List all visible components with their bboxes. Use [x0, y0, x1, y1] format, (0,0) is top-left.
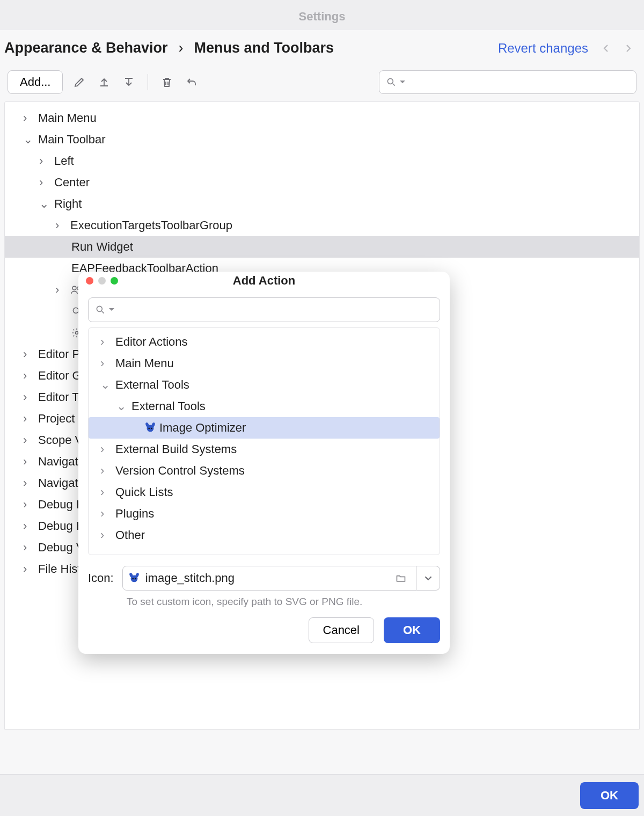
svg-point-0 — [387, 78, 393, 84]
svg-point-5 — [97, 306, 102, 311]
chevron-right-icon[interactable]: › — [23, 111, 32, 125]
cancel-button[interactable]: Cancel — [309, 617, 374, 643]
footer: OK — [0, 774, 644, 816]
chevron-down-icon[interactable]: ⌄ — [116, 399, 125, 413]
tree-item[interactable]: Left — [54, 154, 74, 168]
chevron-right-icon[interactable]: › — [23, 455, 32, 469]
tree-item[interactable]: External Tools — [131, 399, 206, 413]
ok-button[interactable]: OK — [384, 617, 440, 643]
dropdown-icon[interactable] — [416, 566, 440, 591]
tree-item[interactable]: Plugins — [115, 507, 154, 521]
move-up-icon[interactable] — [97, 75, 111, 89]
tree-item[interactable]: Scope V — [38, 433, 83, 447]
search-input[interactable] — [379, 70, 636, 94]
chevron-right-icon[interactable]: › — [100, 528, 109, 542]
dialog-title: Add Action — [78, 274, 450, 288]
tree-item[interactable]: Debug H — [38, 519, 85, 533]
chevron-right-icon[interactable]: › — [23, 476, 32, 490]
tree-item[interactable]: ExecutionTargetsToolbarGroup — [70, 218, 232, 232]
forward-icon[interactable] — [621, 41, 635, 55]
tree-item[interactable]: Debug H — [38, 498, 85, 512]
tree-item-selected[interactable]: Image Optimizer — [159, 421, 246, 435]
tree-item[interactable]: Navigat — [38, 455, 78, 469]
window-title: Settings — [0, 0, 644, 30]
svg-point-4 — [76, 332, 78, 334]
chevron-right-icon[interactable]: › — [23, 498, 32, 512]
breadcrumb: Appearance & Behavior › Menus and Toolba… — [4, 40, 492, 56]
icon-hint: To set custom icon, specify path to SVG … — [78, 591, 450, 608]
svg-point-15 — [135, 578, 136, 580]
chevron-right-icon: › — [179, 40, 184, 56]
chevron-right-icon[interactable]: › — [23, 347, 32, 361]
chevron-right-icon[interactable]: › — [100, 356, 109, 370]
tree-item[interactable]: Version Control Systems — [115, 464, 245, 478]
chevron-down-icon[interactable]: ⌄ — [100, 378, 109, 392]
folder-icon[interactable] — [391, 573, 411, 584]
tree-item[interactable]: Center — [54, 176, 90, 190]
back-icon[interactable] — [599, 41, 613, 55]
tree-item[interactable]: Right — [54, 197, 82, 211]
chevron-right-icon[interactable]: › — [23, 390, 32, 404]
chevron-right-icon[interactable]: › — [100, 442, 109, 456]
svg-point-10 — [151, 428, 152, 429]
move-down-icon[interactable] — [122, 75, 136, 89]
breadcrumb-l1[interactable]: Appearance & Behavior — [4, 40, 168, 56]
chevron-right-icon[interactable]: › — [23, 412, 32, 426]
undo-icon[interactable] — [185, 75, 199, 89]
icon-label: Icon: — [88, 571, 114, 585]
edit-icon[interactable] — [72, 75, 86, 89]
tree-item[interactable]: Editor T — [38, 390, 79, 404]
chevron-right-icon[interactable]: › — [55, 283, 64, 297]
tree-item[interactable]: Editor G — [38, 369, 82, 383]
add-button[interactable]: Add... — [8, 70, 63, 94]
chevron-right-icon[interactable]: › — [100, 335, 109, 349]
stitch-icon — [144, 422, 156, 434]
tree-item[interactable]: Main Menu — [38, 111, 97, 125]
tree-item[interactable]: Main Toolbar — [38, 133, 106, 147]
tree-item[interactable]: Quick Lists — [115, 485, 173, 499]
chevron-right-icon[interactable]: › — [23, 562, 32, 576]
tree-item[interactable]: External Tools — [115, 378, 189, 392]
chevron-right-icon[interactable]: › — [23, 369, 32, 383]
stitch-icon — [128, 572, 140, 584]
chevron-right-icon[interactable]: › — [100, 485, 109, 499]
chevron-right-icon[interactable]: › — [100, 507, 109, 521]
revert-link[interactable]: Revert changes — [498, 41, 588, 56]
chevron-right-icon[interactable]: › — [55, 218, 64, 232]
tree-item[interactable]: Editor P — [38, 347, 80, 361]
tree-item[interactable]: Other — [115, 528, 145, 542]
tree-item[interactable]: Project — [38, 412, 75, 426]
tree-item-selected[interactable]: Run Widget — [71, 240, 133, 254]
chevron-down-icon[interactable]: ⌄ — [39, 197, 48, 211]
dialog-search-input[interactable] — [88, 297, 440, 322]
svg-point-3 — [73, 308, 78, 313]
chevron-right-icon[interactable]: › — [23, 519, 32, 533]
svg-point-9 — [148, 428, 150, 429]
breadcrumb-l2[interactable]: Menus and Toolbars — [194, 40, 334, 56]
icon-path-input[interactable]: image_stitch.png — [122, 566, 416, 591]
add-action-dialog: Add Action ›Editor Actions ›Main Menu ⌄E… — [78, 272, 450, 654]
svg-point-1 — [72, 286, 76, 290]
ok-button[interactable]: OK — [580, 782, 639, 809]
tree-item[interactable]: Debug V — [38, 541, 84, 555]
chevron-right-icon[interactable]: › — [100, 464, 109, 478]
tree-item[interactable]: Main Menu — [115, 356, 174, 370]
chevron-right-icon[interactable]: › — [23, 541, 32, 555]
svg-point-14 — [132, 578, 134, 580]
trash-icon[interactable] — [160, 75, 174, 89]
tree-item[interactable]: External Build Systems — [115, 442, 237, 456]
chevron-down-icon[interactable]: ⌄ — [23, 133, 32, 147]
action-tree[interactable]: ›Editor Actions ›Main Menu ⌄External Too… — [88, 327, 440, 555]
chevron-right-icon[interactable]: › — [39, 176, 48, 190]
chevron-right-icon[interactable]: › — [39, 154, 48, 168]
chevron-right-icon[interactable]: › — [23, 433, 32, 447]
separator — [148, 74, 148, 90]
tree-item[interactable]: Editor Actions — [115, 335, 188, 349]
tree-item[interactable]: Navigat — [38, 476, 78, 490]
icon-path-value: image_stitch.png — [145, 571, 386, 585]
tree-item[interactable]: File Hist — [38, 562, 80, 576]
